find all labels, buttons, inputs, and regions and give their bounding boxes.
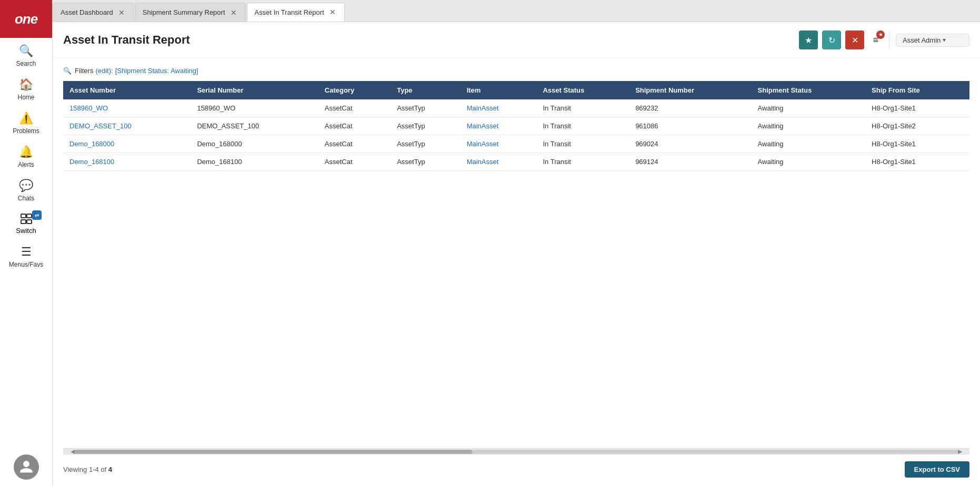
cell-item: MainAsset (461, 117, 537, 135)
table-footer: Viewing 1-4 of 4 Export to CSV (63, 454, 969, 478)
cell-shipment-status: Awaiting (752, 135, 865, 153)
tab-asset-in-transit[interactable]: Asset In Transit Report ✕ (247, 3, 345, 22)
col-header-item: Item (461, 81, 537, 99)
scroll-thumb[interactable] (75, 450, 472, 454)
tab-close-asset-dashboard[interactable]: ✕ (117, 8, 126, 17)
header-actions: ★ ↻ ✕ ≡ ★ Asset Admin ▾ (799, 31, 969, 49)
cell-category: AssetCat (318, 99, 391, 117)
cell-type: AssetTyp (391, 153, 460, 171)
asset-number-link[interactable]: Demo_168100 (69, 158, 114, 166)
cell-asset-status: In Transit (536, 153, 629, 171)
cell-shipment-status: Awaiting (752, 99, 865, 117)
col-header-asset-number: Asset Number (63, 81, 191, 99)
cell-shipment-number: 869232 (629, 99, 751, 117)
user-avatar[interactable] (14, 454, 39, 480)
cell-shipment-number: 969024 (629, 135, 751, 153)
table-row: Demo_168000 Demo_168000 AssetCat AssetTy… (63, 135, 969, 153)
tab-shipment-summary[interactable]: Shipment Summary Report ✕ (135, 3, 246, 22)
refresh-icon: ↻ (828, 35, 835, 45)
cell-asset-status: In Transit (536, 117, 629, 135)
cell-ship-from-site: H8-Org1-Site1 (865, 153, 969, 171)
tab-label-shipment-summary: Shipment Summary Report (143, 8, 225, 16)
sidebar-item-search[interactable]: 🔍 Search (0, 38, 52, 72)
cell-serial-number: DEMO_ASSET_100 (191, 117, 318, 135)
item-link[interactable]: MainAsset (467, 140, 499, 148)
col-header-shipment-number: Shipment Number (629, 81, 751, 99)
cell-asset-number: Demo_168000 (63, 135, 191, 153)
col-header-asset-status: Asset Status (536, 81, 629, 99)
cell-shipment-status: Awaiting (752, 153, 865, 171)
tab-bar: Asset Dashboard ✕ Shipment Summary Repor… (53, 0, 980, 22)
chat-icon: 💬 (19, 179, 33, 193)
user-dropdown[interactable]: Asset Admin ▾ (896, 34, 969, 47)
item-link[interactable]: MainAsset (467, 122, 499, 130)
app-logo[interactable]: one (0, 0, 52, 38)
menu-button[interactable]: ≡ ★ (868, 33, 883, 48)
search-icon: 🔍 (19, 44, 33, 58)
refresh-button[interactable]: ↻ (822, 31, 841, 49)
sidebar-label-switch: Switch (16, 227, 36, 235)
menu-icon: ☰ (21, 245, 32, 259)
favorite-button[interactable]: ★ (799, 31, 818, 49)
sidebar-item-problems[interactable]: ⚠️ Problems (0, 105, 52, 139)
export-csv-button[interactable]: Export to CSV (905, 461, 969, 478)
table-header: Asset Number Serial Number Category Type… (63, 81, 969, 99)
cell-ship-from-site: H8-Org1-Site2 (865, 117, 969, 135)
tab-close-shipment-summary[interactable]: ✕ (229, 8, 238, 17)
cell-asset-status: In Transit (536, 99, 629, 117)
cell-asset-number: DEMO_ASSET_100 (63, 117, 191, 135)
scroll-track[interactable] (75, 450, 958, 454)
cell-ship-from-site: H8-Org1-Site1 (865, 99, 969, 117)
sidebar-label-problems: Problems (13, 127, 39, 135)
col-header-serial-number: Serial Number (191, 81, 318, 99)
table-body: 158960_WO 158960_WO AssetCat AssetTyp Ma… (63, 99, 969, 171)
cell-shipment-number: 961086 (629, 117, 751, 135)
sidebar-item-chats[interactable]: 💬 Chats (0, 173, 52, 206)
cell-type: AssetTyp (391, 135, 460, 153)
table-container: Asset Number Serial Number Category Type… (63, 81, 969, 444)
sidebar-item-menusfavs[interactable]: ☰ Menus/Favs (0, 239, 52, 272)
table-row: DEMO_ASSET_100 DEMO_ASSET_100 AssetCat A… (63, 117, 969, 135)
sidebar-item-home[interactable]: 🏠 Home (0, 72, 52, 105)
close-button[interactable]: ✕ (845, 31, 864, 49)
cell-item: MainAsset (461, 135, 537, 153)
bell-icon: 🔔 (19, 145, 33, 159)
item-link[interactable]: MainAsset (467, 158, 499, 166)
report-table: Asset Number Serial Number Category Type… (63, 81, 969, 171)
asset-number-link[interactable]: DEMO_ASSET_100 (69, 122, 132, 130)
horizontal-scrollbar[interactable]: ◀ ▶ (63, 448, 969, 454)
asset-number-link[interactable]: Demo_168000 (69, 140, 114, 148)
svg-rect-1 (21, 220, 26, 224)
sidebar-label-alerts: Alerts (18, 161, 34, 168)
filter-value: [Shipment Status: Awaiting] (115, 67, 198, 75)
close-icon: ✕ (852, 35, 858, 45)
sidebar-label-menusfavs: Menus/Favs (9, 261, 43, 268)
cell-shipment-status: Awaiting (752, 117, 865, 135)
col-header-ship-from-site: Ship From Site (865, 81, 969, 99)
tab-close-asset-in-transit[interactable]: ✕ (328, 8, 337, 16)
cell-category: AssetCat (318, 135, 391, 153)
sidebar-label-search: Search (16, 60, 36, 67)
cell-category: AssetCat (318, 153, 391, 171)
tab-asset-dashboard[interactable]: Asset Dashboard ✕ (53, 3, 134, 22)
table-row: 158960_WO 158960_WO AssetCat AssetTyp Ma… (63, 99, 969, 117)
item-link[interactable]: MainAsset (467, 104, 499, 112)
cell-type: AssetTyp (391, 99, 460, 117)
svg-rect-0 (21, 214, 26, 218)
cell-serial-number: 158960_WO (191, 99, 318, 117)
asset-number-link[interactable]: 158960_WO (69, 104, 108, 112)
viewing-label: Viewing 1-4 of 4 (63, 465, 112, 473)
warning-icon: ⚠️ (19, 112, 33, 125)
cell-asset-status: In Transit (536, 135, 629, 153)
filter-edit-link[interactable]: (edit): (95, 67, 113, 75)
notification-badge: ★ (876, 31, 885, 39)
cell-category: AssetCat (318, 117, 391, 135)
cell-asset-number: Demo_168100 (63, 153, 191, 171)
page-title: Asset In Transit Report (63, 33, 799, 47)
col-header-type: Type (391, 81, 460, 99)
sidebar-item-switch[interactable]: ⇄ Switch (0, 206, 52, 239)
cell-item: MainAsset (461, 99, 537, 117)
logo-text: one (15, 11, 37, 27)
switch-badge: ⇄ (32, 210, 42, 220)
sidebar-item-alerts[interactable]: 🔔 Alerts (0, 139, 52, 173)
